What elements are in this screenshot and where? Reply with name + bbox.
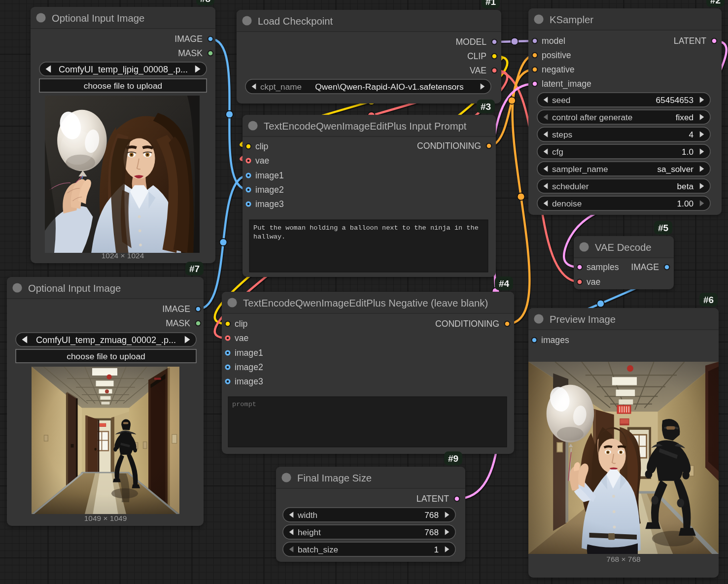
- svg-text:control after generate: control after generate: [552, 112, 632, 122]
- svg-text:scheduler: scheduler: [552, 181, 589, 191]
- svg-text:image2: image2: [235, 362, 263, 372]
- svg-text:image1: image1: [255, 171, 284, 180]
- svg-text:KSampler: KSampler: [550, 14, 593, 25]
- svg-text:positive: positive: [542, 50, 571, 60]
- svg-text:Qwen\Qwen-Rapid-AIO-v1.safeten: Qwen\Qwen-Rapid-AIO-v1.safetensors: [315, 82, 464, 92]
- svg-text:IMAGE: IMAGE: [631, 262, 659, 272]
- svg-text:seed: seed: [552, 95, 570, 105]
- svg-text:768: 768: [424, 527, 439, 537]
- svg-text:TextEncodeQwenImageEditPlus Ne: TextEncodeQwenImageEditPlus Negative (le…: [243, 298, 488, 309]
- svg-text:CONDITIONING: CONDITIONING: [435, 319, 499, 329]
- svg-text:image2: image2: [255, 185, 284, 195]
- svg-text:65454653: 65454653: [656, 95, 693, 105]
- svg-text:fixed: fixed: [676, 112, 693, 122]
- svg-text:#4: #4: [499, 278, 510, 289]
- svg-text:batch_size: batch_size: [298, 545, 338, 554]
- svg-text:#1: #1: [485, 0, 496, 7]
- svg-text:1: 1: [434, 545, 439, 554]
- svg-text:VAE Decode: VAE Decode: [595, 242, 652, 253]
- svg-text:latent_image: latent_image: [542, 79, 591, 89]
- svg-text:VAE: VAE: [470, 66, 486, 75]
- svg-text:Put the woman holding a balloo: Put the woman holding a balloon next to …: [253, 224, 479, 232]
- svg-text:images: images: [541, 335, 569, 345]
- svg-text:choose file to upload: choose file to upload: [84, 81, 163, 91]
- svg-text:768 × 768: 768 × 768: [606, 555, 640, 563]
- svg-text:ComfyUI_temp_zmuag_00002_.p...: ComfyUI_temp_zmuag_00002_.p...: [36, 335, 176, 345]
- svg-text:1024 × 1024: 1024 × 1024: [102, 251, 144, 260]
- svg-text:4: 4: [689, 130, 693, 139]
- svg-text:sampler_name: sampler_name: [552, 164, 608, 174]
- svg-text:vae: vae: [255, 156, 269, 166]
- svg-text:sa_solver: sa_solver: [657, 164, 693, 174]
- svg-text:TextEncodeQwenImageEditPlus In: TextEncodeQwenImageEditPlus Input Prompt: [264, 121, 467, 132]
- svg-text:1049 × 1049: 1049 × 1049: [84, 514, 127, 522]
- svg-text:height: height: [298, 527, 321, 537]
- svg-text:cfg: cfg: [552, 147, 563, 157]
- svg-text:beta: beta: [677, 181, 694, 191]
- svg-text:width: width: [297, 510, 317, 520]
- svg-text:Load Checkpoint: Load Checkpoint: [258, 16, 333, 27]
- svg-text:#7: #7: [189, 264, 200, 274]
- svg-text:#8: #8: [200, 0, 210, 4]
- svg-text:clip: clip: [255, 141, 269, 151]
- svg-text:ComfyUI_temp_ljpig_00008_.p...: ComfyUI_temp_ljpig_00008_.p...: [59, 65, 188, 75]
- svg-text:choose file to upload: choose file to upload: [67, 351, 145, 361]
- svg-text:Preview Image: Preview Image: [550, 314, 616, 325]
- svg-text:hallway.: hallway.: [253, 233, 285, 240]
- svg-text:denoise: denoise: [552, 199, 582, 208]
- svg-text:steps: steps: [552, 130, 572, 139]
- svg-text:768: 768: [424, 510, 439, 520]
- svg-text:vae: vae: [235, 333, 248, 343]
- svg-text:1.0: 1.0: [682, 147, 693, 157]
- svg-text:1.00: 1.00: [677, 199, 693, 208]
- svg-text:LATENT: LATENT: [416, 494, 449, 504]
- svg-text:MASK: MASK: [166, 318, 190, 328]
- svg-text:prompt: prompt: [232, 401, 256, 408]
- svg-text:vae: vae: [587, 277, 600, 287]
- svg-text:image1: image1: [235, 348, 263, 358]
- svg-text:Optional Input Image: Optional Input Image: [52, 13, 144, 24]
- svg-text:image3: image3: [255, 199, 284, 209]
- svg-text:Optional Input Image: Optional Input Image: [28, 283, 121, 294]
- svg-text:CLIP: CLIP: [467, 51, 486, 61]
- svg-text:model: model: [542, 36, 565, 46]
- svg-text:image3: image3: [235, 377, 263, 386]
- svg-text:samples: samples: [587, 262, 619, 272]
- svg-text:Final Image Size: Final Image Size: [297, 473, 372, 483]
- svg-text:ckpt_name: ckpt_name: [260, 82, 302, 92]
- svg-text:IMAGE: IMAGE: [162, 304, 190, 314]
- svg-text:#9: #9: [448, 453, 458, 464]
- svg-text:MASK: MASK: [178, 48, 203, 58]
- svg-text:#2: #2: [710, 0, 721, 5]
- svg-text:#3: #3: [481, 102, 491, 112]
- svg-text:IMAGE: IMAGE: [174, 34, 203, 44]
- svg-text:MODEL: MODEL: [455, 37, 486, 47]
- svg-text:#6: #6: [703, 295, 714, 305]
- svg-text:LATENT: LATENT: [674, 36, 706, 46]
- svg-text:negative: negative: [542, 65, 575, 74]
- svg-text:clip: clip: [235, 319, 248, 329]
- svg-text:#5: #5: [658, 223, 669, 233]
- svg-text:CONDITIONING: CONDITIONING: [417, 141, 481, 151]
